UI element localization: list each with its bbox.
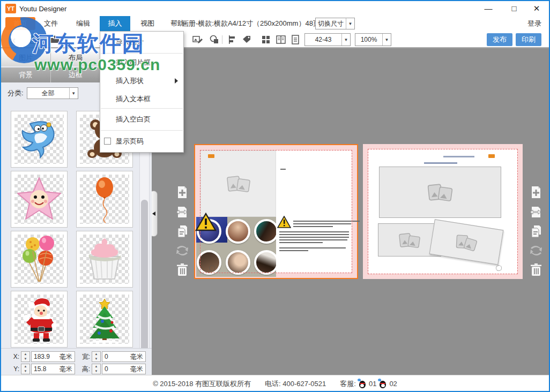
single-page-view-icon[interactable] bbox=[289, 33, 302, 46]
shape-icon[interactable] bbox=[208, 33, 221, 46]
delete-page-icon[interactable] bbox=[175, 262, 189, 277]
phone-text: 电话: 400-627-0521 bbox=[265, 379, 326, 389]
sticker-cupcake[interactable] bbox=[76, 231, 133, 288]
sticker-dolphin[interactable] bbox=[11, 111, 68, 168]
service-2[interactable]: 02 bbox=[389, 380, 397, 388]
home-button[interactable]: 首页 bbox=[5, 17, 35, 30]
page-range-select[interactable]: 42-43 ▼ bbox=[304, 33, 351, 46]
x-value: 183.9 bbox=[34, 353, 56, 360]
insert-shape-label: 插入形状 bbox=[116, 77, 144, 85]
align-icon[interactable] bbox=[226, 33, 239, 46]
copyright-text: © 2015-2018 有图互联版权所有 bbox=[153, 379, 251, 389]
y-value: 15.8 bbox=[34, 365, 56, 373]
publish-button[interactable]: 发布 bbox=[487, 33, 512, 46]
page-43[interactable] bbox=[276, 150, 352, 273]
height-stepper[interactable]: ▲▼ bbox=[92, 364, 101, 374]
page-44-45[interactable] bbox=[368, 149, 517, 274]
menu-item-insert-image-frame[interactable]: 插入图片框 bbox=[100, 54, 183, 72]
height-field[interactable]: 0 毫米 bbox=[102, 364, 146, 374]
tag-icon[interactable] bbox=[240, 33, 253, 46]
copy-pages-icon[interactable] bbox=[529, 224, 543, 239]
title-bar: YT Youtu Designer — □ ✕ bbox=[1, 1, 549, 16]
spread-right[interactable] bbox=[363, 144, 523, 279]
transparency-checker bbox=[80, 175, 129, 224]
position-panel: X: ▲▼ 183.9 毫米 宽: ▲▼ 0 毫米 Y: ▲▼ 15.8 毫米 bbox=[1, 348, 152, 375]
title-text-line bbox=[424, 162, 457, 164]
qq-penguin-icon[interactable] bbox=[379, 380, 387, 388]
menu-bar: 首页 文件 编辑 插入 视图 帮助 画册-横款:横款A4/12寸（250x200… bbox=[1, 16, 549, 31]
show-page-number-label: 显示页码 bbox=[116, 137, 144, 145]
tab-image[interactable]: 图片 bbox=[1, 49, 51, 66]
loading-spinner-icon bbox=[496, 265, 502, 271]
menu-item-show-page-number[interactable]: 显示页码 bbox=[100, 131, 183, 152]
maximize-button[interactable]: □ bbox=[506, 2, 522, 15]
menu-edit[interactable]: 编辑 bbox=[71, 16, 95, 31]
category-select[interactable]: 全部 ▼ bbox=[27, 87, 78, 99]
back-icon[interactable]: ‹ bbox=[8, 33, 20, 46]
transparency-checker bbox=[14, 235, 64, 284]
close-button[interactable]: ✕ bbox=[529, 2, 545, 15]
copy-pages-icon[interactable] bbox=[175, 224, 189, 239]
tab-layout[interactable]: 布局 bbox=[51, 49, 101, 66]
width-field[interactable]: 0 毫米 bbox=[102, 351, 146, 362]
footer: © 2015-2018 有图互联版权所有 电话: 400-627-0521 客服… bbox=[1, 375, 549, 392]
menu-item-import-image[interactable]: 导入图片 bbox=[100, 32, 183, 53]
print-button[interactable]: 印刷 bbox=[516, 33, 541, 46]
sticker-pink-star[interactable] bbox=[11, 171, 68, 228]
open-folder-icon[interactable] bbox=[48, 33, 61, 46]
zoom-value: 100% bbox=[355, 36, 382, 43]
x-field[interactable]: 183.9 毫米 bbox=[31, 351, 75, 362]
photo-placeholder-icon bbox=[227, 175, 250, 192]
tab-border[interactable]: 边框 bbox=[51, 67, 101, 82]
size-switch-label: 切换尺寸 bbox=[316, 19, 346, 28]
image-frame-rotated[interactable] bbox=[429, 219, 504, 265]
service-1[interactable]: 01 bbox=[369, 380, 376, 388]
christmas-tree-image bbox=[80, 295, 129, 344]
y-stepper[interactable]: ▲▼ bbox=[21, 364, 30, 374]
width-stepper[interactable]: ▲▼ bbox=[92, 351, 101, 362]
zoom-select[interactable]: 100% ▼ bbox=[355, 33, 391, 46]
grid-view-icon[interactable] bbox=[259, 33, 272, 46]
transparency-checker bbox=[80, 235, 129, 284]
sidebar-tabs-row1: 图片 布局 bbox=[1, 49, 101, 66]
spread-left-selected[interactable] bbox=[194, 144, 358, 279]
show-page-number-checkbox[interactable] bbox=[104, 138, 111, 145]
delete-page-icon[interactable] bbox=[529, 262, 543, 277]
sticker-orange-balloon[interactable] bbox=[76, 171, 133, 228]
size-switch-select[interactable]: 切换尺寸 ▼ bbox=[315, 18, 355, 29]
minimize-button[interactable]: — bbox=[480, 2, 496, 15]
menu-file[interactable]: 文件 bbox=[39, 16, 63, 31]
sidebar-collapse-handle[interactable] bbox=[152, 191, 158, 237]
menu-insert[interactable]: 插入 bbox=[100, 16, 130, 31]
tab-background[interactable]: 背景 bbox=[1, 67, 51, 82]
sticker-christmas-tree[interactable] bbox=[76, 291, 133, 348]
menu-item-insert-blank-page[interactable]: 插入空白页 bbox=[100, 109, 183, 130]
spread-view-icon[interactable] bbox=[274, 33, 287, 46]
image-frame-large[interactable] bbox=[379, 167, 501, 218]
y-field[interactable]: 15.8 毫米 bbox=[31, 364, 75, 374]
canvas-area bbox=[152, 48, 549, 375]
sticker-santa-claus[interactable] bbox=[11, 291, 68, 348]
pink-star-image bbox=[16, 176, 63, 223]
menu-view[interactable]: 视图 bbox=[135, 16, 160, 31]
move-page-icon[interactable] bbox=[175, 205, 189, 220]
swap-pages-icon[interactable] bbox=[175, 243, 189, 258]
save-icon[interactable] bbox=[28, 33, 41, 46]
add-page-icon[interactable] bbox=[175, 185, 189, 200]
qq-penguin-icon[interactable] bbox=[359, 380, 366, 388]
dolphin-image bbox=[16, 116, 62, 162]
x-stepper[interactable]: ▲▼ bbox=[21, 351, 30, 362]
app-title: Youtu Designer bbox=[19, 5, 66, 13]
app-window: YT Youtu Designer — □ ✕ 首页 文件 编辑 插入 视图 帮… bbox=[0, 0, 550, 392]
menu-item-insert-text-frame[interactable]: 插入文本框 bbox=[100, 90, 183, 108]
scrollbar-thumb[interactable] bbox=[141, 200, 148, 360]
height-value: 0 bbox=[105, 365, 127, 373]
move-page-icon[interactable] bbox=[529, 205, 543, 220]
collage-photo-circle bbox=[197, 250, 221, 275]
swap-pages-icon[interactable] bbox=[529, 243, 543, 258]
edit-image-icon[interactable] bbox=[191, 33, 204, 46]
add-page-icon[interactable] bbox=[529, 185, 543, 200]
sticker-balloon-bunch[interactable] bbox=[11, 231, 68, 288]
menu-item-insert-shape[interactable]: 插入形状 bbox=[100, 72, 183, 90]
login-link[interactable]: 登录 bbox=[527, 16, 541, 31]
